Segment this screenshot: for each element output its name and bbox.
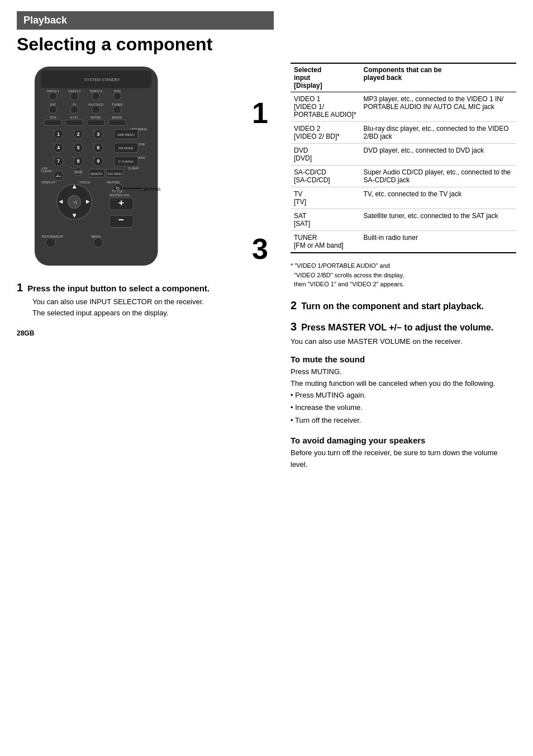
speakers-section: To avoid damaging your speakers Before y…: [291, 436, 516, 471]
svg-text:MEMORY: MEMORY: [91, 172, 103, 176]
svg-text:-/--: -/--: [56, 174, 61, 178]
svg-text:→|: →|: [72, 200, 77, 205]
svg-point-8: [92, 92, 99, 100]
svg-text:8: 8: [77, 158, 80, 164]
step1-number: 1: [17, 281, 23, 294]
table-cell-component: MP3 player, etc., connected to the VIDEO…: [360, 92, 517, 122]
mute-section: To mute the sound Press MUTING. The muti…: [291, 355, 516, 427]
table-row: SA-CD/CD[SA-CD/CD]Super Audio CD/CD play…: [291, 166, 516, 187]
table-cell-input: SAT[SAT]: [291, 209, 360, 231]
svg-text:7: 7: [57, 158, 60, 164]
table-cell-input: VIDEO 1[VIDEO 1/ PORTABLE AUDIO]*: [291, 92, 360, 122]
svg-text:°: °: [53, 129, 54, 133]
svg-text:°: °: [73, 143, 74, 146]
svg-text:D.SKIP: D.SKIP: [129, 167, 139, 170]
page-number: 28GB: [17, 329, 274, 337]
svg-point-10: [113, 92, 121, 100]
step3-title: Press MASTER VOL +/– to adjust the volum…: [301, 323, 493, 333]
step1-body: You can also use INPUT SELECTOR on the r…: [32, 296, 274, 318]
mute-bullets: Press MUTING again.Increase the volume.T…: [291, 390, 516, 427]
svg-point-96: [46, 238, 55, 247]
svg-text:FM MODE: FM MODE: [118, 147, 134, 150]
svg-text:SYSTEM STANDBY: SYSTEM STANDBY: [84, 78, 121, 82]
table-cell-component: TV, etc. connected to the TV jack: [360, 187, 517, 209]
svg-text:°DISPLAY: °DISPLAY: [41, 181, 55, 184]
table-row: DVD[DVD]DVD player, etc., connected to D…: [291, 144, 516, 166]
speakers-heading: To avoid damaging your speakers: [291, 436, 516, 445]
step3-number: 3: [291, 320, 297, 333]
svg-text:▼: ▼: [71, 212, 77, 219]
svg-text:2: 2: [77, 131, 80, 137]
table-row: SAT[SAT]Satellite tuner, etc. connected …: [291, 209, 516, 231]
svg-text:°: °: [73, 129, 74, 133]
step1-body-line2: The selected input appears on the displa…: [32, 308, 274, 319]
table-cell-input: VIDEO 2[VIDEO 2/ BD]*: [291, 122, 360, 144]
step2-heading: 2 Turn on the component and start playba…: [291, 299, 516, 313]
step2-section: 2 Turn on the component and start playba…: [291, 299, 516, 313]
table-note: * "VIDEO 1/PORTABLE AUDIO" and "VIDEO 2/…: [291, 261, 516, 289]
svg-text:9: 9: [97, 158, 99, 164]
section-label: Playback: [23, 15, 67, 26]
svg-text:+: +: [118, 197, 124, 208]
svg-text:DVD MENU: DVD MENU: [107, 172, 122, 176]
svg-point-97: [93, 238, 103, 247]
table-cell-input: SA-CD/CD[SA-CD/CD]: [291, 166, 360, 187]
svg-text:°: °: [70, 167, 72, 170]
svg-text:°: °: [53, 169, 54, 173]
step2-number: 2: [291, 299, 297, 312]
svg-rect-20: [44, 120, 61, 125]
svg-text:◄: ◄: [58, 198, 64, 205]
table-cell-component: DVD player, etc., connected to DVD jack: [360, 144, 517, 166]
svg-point-14: [70, 106, 78, 114]
svg-text:1: 1: [57, 131, 60, 137]
table-cell-component: Satellite tuner, etc. connected to the S…: [360, 209, 517, 231]
table-cell-input: TUNER[FM or AM band]: [291, 231, 360, 253]
mute-heading: To mute the sound: [291, 355, 516, 364]
step1-section: 1 Press the input button to select a com…: [17, 281, 274, 318]
left-column: SYSTEM STANDBY VIDEO 1 VIDEO 2 VIDEO 3 D…: [17, 63, 274, 745]
table-cell-component: Built-in radio tuner: [360, 231, 517, 253]
svg-rect-22: [65, 120, 83, 125]
table-cell-component: Super Audio CD/CD player, etc., connecte…: [360, 166, 517, 187]
list-item: Increase the volume.: [291, 402, 516, 414]
step3-body: You can also use MASTER VOLUME on the re…: [291, 336, 516, 347]
speakers-body-text: Before you turn off the receiver, be sur…: [291, 447, 516, 471]
svg-text:MOVIE: MOVIE: [91, 116, 101, 119]
svg-text:4: 4: [57, 145, 60, 150]
step3-section: 3 Press MASTER VOL +/– to adjust the vol…: [291, 320, 516, 347]
speakers-body: Before you turn off the receiver, be sur…: [291, 447, 516, 471]
svg-rect-26: [108, 120, 126, 125]
svg-text:°: °: [93, 156, 94, 159]
svg-text:D.TUNING: D.TUNING: [118, 160, 134, 163]
step2-title: Turn on the component and start playback…: [301, 301, 484, 311]
table-row: TUNER[FM or AM band]Built-in radio tuner: [291, 231, 516, 253]
step1-heading: 1 Press the input button to select a com…: [17, 281, 274, 294]
mute-line2: The muting function will be canceled whe…: [291, 378, 516, 390]
svg-text:▲: ▲: [71, 183, 77, 190]
svg-text:AMP MENU: AMP MENU: [117, 133, 135, 136]
svg-text:°: °: [53, 156, 54, 159]
table-col1-header: Selectedinput[Display]: [291, 63, 360, 92]
step1-body-line1: You can also use INPUT SELECTOR on the r…: [32, 296, 274, 308]
svg-text:°: °: [53, 143, 54, 146]
svg-text:TV VOL: TV VOL: [112, 190, 123, 193]
svg-point-12: [49, 106, 57, 114]
main-layout: SYSTEM STANDBY VIDEO 1 VIDEO 2 VIDEO 3 D…: [17, 63, 516, 745]
svg-text:MUTING: MUTING: [144, 187, 161, 192]
svg-point-6: [70, 92, 78, 100]
svg-text:°TOOLS: °TOOLS: [78, 181, 91, 184]
svg-text:6: 6: [97, 145, 99, 150]
input-table: Selectedinput[Display] Components that c…: [291, 63, 516, 253]
table-row: TV[TV]TV, etc. connected to the TV jack: [291, 187, 516, 209]
svg-point-16: [92, 106, 99, 114]
table-cell-input: DVD[DVD]: [291, 144, 360, 166]
svg-text:°: °: [93, 129, 94, 133]
svg-text:MASTER VOL: MASTER VOL: [110, 193, 130, 197]
table-row: VIDEO 1[VIDEO 1/ PORTABLE AUDIO]*MP3 pla…: [291, 92, 516, 122]
remote-diagram: SYSTEM STANDBY VIDEO 1 VIDEO 2 VIDEO 3 D…: [17, 63, 274, 271]
svg-text:°: °: [93, 143, 94, 146]
svg-text:2CH: 2CH: [50, 116, 56, 119]
page-title: Selecting a component: [17, 34, 516, 55]
list-item: Turn off the receiver.: [291, 415, 516, 427]
table-cell-component: Blu-ray disc player, etc., connected to …: [360, 122, 517, 144]
